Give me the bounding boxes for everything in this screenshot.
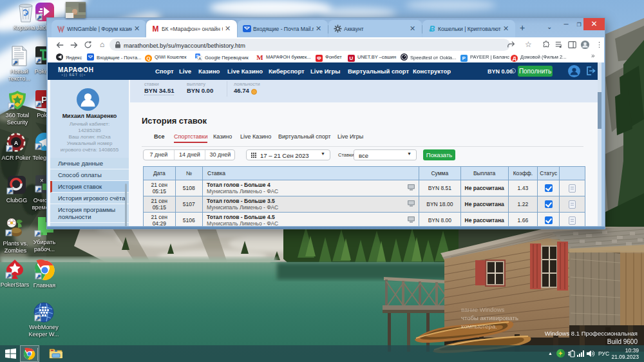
svg-text:чтобы активировать: чтобы активировать (461, 314, 518, 321)
svg-text:↗: ↗ (35, 315, 41, 321)
svg-text:↗: ↗ (36, 101, 41, 108)
svg-text:M: M (153, 24, 159, 33)
svg-text:A: A (198, 57, 202, 61)
svg-text:↗: ↗ (36, 273, 41, 280)
svg-text:↗: ↗ (37, 14, 42, 21)
svg-text:↗: ↗ (36, 186, 41, 193)
svg-text:↗: ↗ (36, 144, 41, 150)
svg-text:↗: ↗ (6, 272, 12, 279)
svg-text:вание Windows: вание Windows (461, 306, 504, 313)
svg-text:Build 9600: Build 9600 (607, 338, 638, 345)
svg-text:↗: ↗ (9, 103, 14, 110)
svg-text:↗: ↗ (6, 230, 12, 236)
svg-text:Windows 8.1 Профессиональная: Windows 8.1 Профессиональная (545, 330, 638, 337)
svg-text:×: × (40, 177, 44, 184)
svg-text:↗: ↗ (36, 57, 41, 64)
svg-text:↗: ↗ (35, 231, 41, 237)
svg-text:Ƀ: Ƀ (428, 24, 435, 33)
svg-text:компьютера.: компьютера. (461, 323, 497, 330)
svg-text:↗: ↗ (8, 188, 13, 195)
svg-text:↗: ↗ (13, 59, 18, 66)
svg-text:↗: ↗ (7, 146, 12, 152)
svg-text:A: A (14, 140, 19, 146)
